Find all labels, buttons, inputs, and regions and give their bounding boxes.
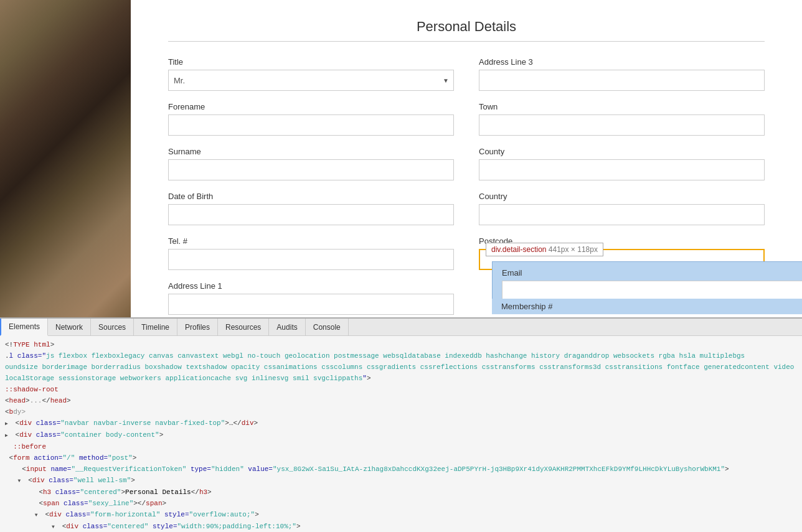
county-input[interactable]: [479, 159, 765, 180]
tab-profiles[interactable]: Profiles: [177, 319, 218, 335]
code-line-9: <div class="container body-content">: [5, 429, 797, 441]
element-tooltip: div.detail-section 441px × 118px: [486, 243, 603, 256]
county-group: County: [479, 147, 765, 180]
tab-network[interactable]: Network: [48, 319, 91, 335]
tab-sources-label: Sources: [98, 323, 126, 332]
tab-sources[interactable]: Sources: [91, 319, 134, 335]
surname-label: Surname: [168, 147, 454, 156]
devtools-content[interactable]: <!TYPE html> .l class="js flexbox flexbo…: [0, 336, 802, 532]
address1-input[interactable]: [168, 294, 454, 315]
code-line-15: <span class="sexy_line"></span>: [5, 498, 797, 509]
tab-timeline-label: Timeline: [141, 323, 169, 332]
country-group: Country: [479, 192, 765, 225]
tab-elements-label: Elements: [9, 322, 40, 331]
tab-profiles-label: Profiles: [185, 323, 210, 332]
title-select[interactable]: Mr. Mrs. Ms. Dr.: [168, 70, 454, 91]
tab-console[interactable]: Console: [306, 319, 349, 335]
tab-resources-label: Resources: [225, 323, 261, 332]
town-group: Town: [479, 102, 765, 136]
code-line-8: <div class="navbar navbar-inverse navbar…: [5, 418, 797, 429]
title-select-wrapper: Mr. Mrs. Ms. Dr.: [168, 70, 454, 91]
forename-label: Forename: [168, 102, 454, 111]
membership-label: Membership #: [501, 302, 552, 311]
code-line-11: <form action="/" method="post">: [5, 452, 797, 464]
title-divider: [168, 41, 765, 42]
code-line-6: <head>...</head>: [5, 395, 797, 406]
code-line-17: <div class="centered" style="width:90%;p…: [5, 521, 797, 532]
email-label: Email: [502, 268, 802, 278]
devtools-panel: Elements Network Sources Timeline Profil…: [0, 317, 802, 532]
town-label: Town: [479, 102, 765, 111]
tab-network-label: Network: [55, 323, 83, 332]
tel-group: Tel. #: [168, 236, 454, 270]
title-group: Title Mr. Mrs. Ms. Dr.: [168, 57, 454, 91]
tel-label: Tel. #: [168, 236, 454, 246]
code-line-3: oundsize borderimage borderradius boxsha…: [5, 362, 797, 373]
code-line-1: <!TYPE html>: [5, 339, 797, 350]
tab-console-label: Console: [313, 323, 341, 332]
code-line-5: ::shadow-root: [5, 384, 797, 395]
tel-input[interactable]: [168, 249, 454, 270]
forename-group: Forename: [168, 102, 454, 136]
address3-label: Address Line 3: [479, 57, 765, 67]
devtools-tabs: Elements Network Sources Timeline Profil…: [0, 319, 802, 336]
country-label: Country: [479, 192, 765, 201]
dob-group: Date of Birth: [168, 192, 454, 225]
surname-input[interactable]: [168, 159, 454, 180]
tab-elements[interactable]: Elements: [0, 319, 48, 336]
code-line-13: <div class="well well-sm">: [5, 475, 797, 487]
background-painting: [0, 0, 131, 317]
code-line-12: <input name="__RequestVerificationToken"…: [5, 464, 797, 475]
dob-label: Date of Birth: [168, 192, 454, 201]
tab-resources[interactable]: Resources: [218, 319, 269, 335]
forename-input[interactable]: [168, 114, 454, 136]
surname-group: Surname: [168, 147, 454, 180]
dob-input[interactable]: [168, 204, 454, 225]
form-left-column: Title Mr. Mrs. Ms. Dr. Forename: [168, 57, 454, 317]
title-label: Title: [168, 57, 454, 67]
town-input[interactable]: [479, 114, 765, 136]
code-line-10: ::before: [5, 441, 797, 452]
code-line-2: .l class="js flexbox flexboxlegacy canva…: [5, 350, 797, 362]
address1-group: Address Line 1: [168, 281, 454, 315]
tab-audits-label: Audits: [276, 323, 297, 332]
address1-label: Address Line 1: [168, 281, 454, 291]
tooltip-element-name: div.detail-section: [491, 245, 547, 254]
address3-input[interactable]: [479, 70, 765, 91]
browser-area: Personal Details Title Mr. Mrs. Ms. Dr.: [131, 0, 802, 317]
tab-timeline[interactable]: Timeline: [134, 319, 177, 335]
code-line-4: localStorage sessionstorage webworkers a…: [5, 373, 797, 384]
code-line-16: <div class="form-horizontal" style="over…: [5, 509, 797, 521]
address3-group: Address Line 3: [479, 57, 765, 91]
tooltip-dimensions: 441px × 118px: [549, 245, 598, 254]
tab-audits[interactable]: Audits: [269, 319, 305, 335]
country-input[interactable]: [479, 204, 765, 225]
county-label: County: [479, 147, 765, 156]
membership-section: Membership #: [492, 299, 802, 314]
page-title: Personal Details: [168, 19, 765, 35]
code-line-14: <h3 class="centered">Personal Details</h…: [5, 487, 797, 498]
code-line-7: <bdy>: [5, 406, 797, 418]
